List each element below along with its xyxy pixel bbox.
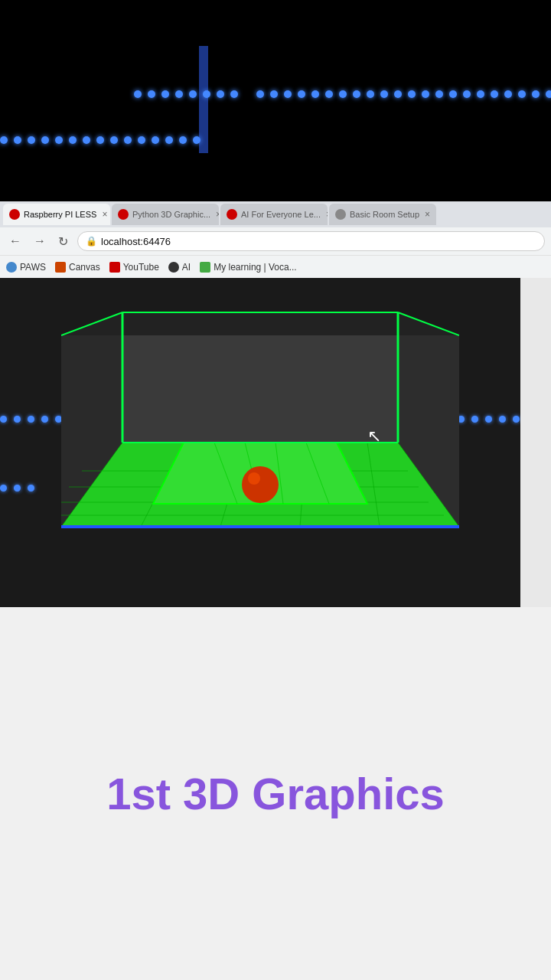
bookmark-favicon-youtube	[109, 262, 120, 273]
bookmark-ai[interactable]: AI	[168, 262, 191, 273]
canvas-led-dot	[14, 416, 21, 423]
led-dot	[449, 90, 457, 98]
canvas-inner: ↖	[0, 278, 520, 607]
canvas-led-dot	[0, 416, 7, 423]
led-dot	[298, 90, 305, 98]
led-dot	[134, 90, 142, 98]
bookmark-label-ai: AI	[182, 262, 191, 273]
canvas-led-dot	[0, 485, 7, 492]
led-dot	[41, 136, 49, 144]
led-dot	[189, 90, 197, 98]
url-input[interactable]: 🔒 localhost:64476	[77, 231, 545, 251]
led-dot	[518, 90, 526, 98]
led-dot	[161, 90, 169, 98]
canvas-led-dot	[485, 416, 492, 423]
tab-label-ai: AI For Everyone Le...	[241, 210, 321, 219]
3d-room-scene	[61, 286, 459, 592]
led-dot	[148, 90, 155, 98]
led-background	[0, 0, 551, 203]
bookmark-favicon-paws	[6, 262, 17, 273]
bookmark-label-mylearning: My learning | Voca...	[214, 262, 297, 273]
tab-close-raspberry[interactable]: ×	[102, 209, 107, 220]
led-dot	[408, 90, 416, 98]
address-bar: ← → ↻ 🔒 localhost:64476	[0, 227, 551, 255]
main-content: ↖ 1st 3D Graphics	[0, 278, 551, 980]
tab-favicon-ai	[227, 209, 237, 220]
led-row-middle	[0, 136, 201, 144]
tab-python-3d[interactable]: Python 3D Graphic... ×	[112, 204, 219, 225]
led-dot	[14, 136, 21, 144]
tab-label-raspberry: Raspberry PI LESS	[24, 210, 96, 219]
canvas-led-dot	[471, 416, 478, 423]
svg-point-29	[248, 472, 260, 485]
back-button[interactable]: ←	[6, 233, 24, 250]
led-dot	[179, 136, 187, 144]
led-dot	[367, 90, 374, 98]
led-dot	[435, 90, 443, 98]
bookmark-favicon-mylearning	[200, 262, 210, 273]
canvas-led-left	[0, 485, 34, 492]
url-text: localhost:64476	[101, 236, 171, 247]
tab-close-ai[interactable]: ×	[326, 209, 328, 220]
led-dot	[217, 90, 224, 98]
canvas-led-dot	[41, 416, 48, 423]
led-dot	[353, 90, 360, 98]
forward-button[interactable]: →	[31, 233, 49, 250]
led-dot	[69, 136, 77, 144]
led-dot	[532, 90, 540, 98]
led-dot	[165, 136, 173, 144]
led-dot	[311, 90, 319, 98]
tab-basic-room[interactable]: Basic Room Setup ×	[329, 204, 436, 225]
led-dot	[477, 90, 484, 98]
led-dot	[55, 136, 63, 144]
led-dot	[175, 90, 183, 98]
tab-favicon-room	[335, 209, 346, 220]
bookmarks-bar: PAWS Canvas YouTube AI My learning | Voc…	[0, 255, 551, 278]
bookmark-favicon-ai	[168, 262, 179, 273]
svg-point-28	[242, 466, 279, 503]
led-dot	[422, 90, 429, 98]
led-dot	[325, 90, 333, 98]
tab-raspberry-pi[interactable]: Raspberry PI LESS ×	[3, 204, 110, 225]
tab-ai-everyone[interactable]: AI For Everyone Le... ×	[220, 204, 328, 225]
canvas-led-dot	[14, 485, 21, 492]
led-dot	[230, 90, 238, 98]
led-dot	[463, 90, 471, 98]
led-dot	[491, 90, 498, 98]
led-dot	[124, 136, 132, 144]
bookmark-label-youtube: YouTube	[123, 262, 159, 273]
tab-label-room: Basic Room Setup	[350, 210, 419, 219]
canvas-led-dot	[28, 485, 34, 492]
bookmark-paws[interactable]: PAWS	[6, 262, 46, 273]
led-dot	[138, 136, 145, 144]
tab-close-room[interactable]: ×	[425, 209, 430, 220]
page-content-area: 1st 3D Graphics	[0, 607, 551, 980]
led-dot	[270, 90, 278, 98]
bookmark-label-paws: PAWS	[20, 262, 46, 273]
tab-favicon-python	[118, 209, 129, 220]
bookmark-canvas[interactable]: Canvas	[55, 262, 100, 273]
graphics-canvas: ↖	[0, 278, 520, 607]
bookmark-mylearning[interactable]: My learning | Voca...	[200, 262, 297, 273]
led-dot	[284, 90, 292, 98]
led-dot	[504, 90, 512, 98]
led-dot	[193, 136, 201, 144]
browser-chrome: Raspberry PI LESS × Python 3D Graphic...…	[0, 201, 551, 279]
reload-button[interactable]: ↻	[55, 233, 71, 250]
led-dot	[203, 90, 210, 98]
canvas-led-dot	[499, 416, 506, 423]
bookmark-youtube[interactable]: YouTube	[109, 262, 159, 273]
bookmark-label-canvas: Canvas	[69, 262, 100, 273]
led-dot	[0, 136, 8, 144]
canvas-led-dot	[28, 416, 34, 423]
led-dot	[83, 136, 90, 144]
tab-close-python[interactable]: ×	[216, 209, 219, 220]
led-dot	[152, 136, 159, 144]
lock-icon: 🔒	[86, 236, 97, 247]
canvas-led-dot	[513, 416, 520, 423]
led-dot	[110, 136, 118, 144]
tabs-bar: Raspberry PI LESS × Python 3D Graphic...…	[0, 201, 551, 227]
tab-favicon-raspberry	[9, 209, 20, 220]
led-dot	[546, 90, 551, 98]
led-dot	[394, 90, 402, 98]
